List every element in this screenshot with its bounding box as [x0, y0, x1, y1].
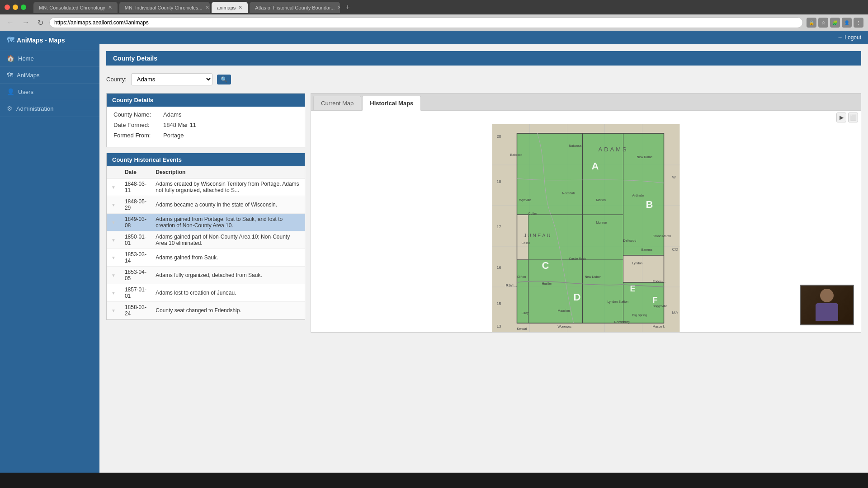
county-details-header: County Details — [107, 94, 305, 107]
forward-button[interactable]: → — [20, 18, 32, 28]
table-row[interactable]: ▼ 1857-01-01 Adams lost to creation of J… — [107, 284, 305, 302]
event-description: Adams lost to creation of Juneau. — [151, 284, 305, 302]
logout-button[interactable]: → Logout — [837, 34, 861, 41]
sidebar-item-users[interactable]: 👤 Users — [0, 84, 99, 100]
svg-text:16: 16 — [497, 265, 501, 270]
stop-button[interactable]: ⬜ — [848, 113, 858, 122]
svg-text:New Lisbon: New Lisbon — [585, 275, 602, 278]
back-button[interactable]: ← — [5, 18, 16, 28]
star-icon[interactable]: ☆ — [818, 18, 828, 28]
profile-icon[interactable]: 👤 — [842, 18, 852, 28]
tab-current-map-label: Current Map — [321, 100, 354, 107]
tab-mn-consolidated[interactable]: MN: Consolidated Chronology ✕ — [33, 2, 118, 13]
county-search-button[interactable]: 🔍 — [217, 75, 231, 84]
detail-row-formed: Formed From: Portage — [113, 132, 298, 139]
tab-historical-maps[interactable]: Historical Maps — [362, 96, 421, 111]
county-label: County: — [106, 76, 127, 83]
tab-mn-individual[interactable]: MN: Individual County Chronicles... ✕ — [119, 2, 210, 13]
row-icon: ▼ — [107, 267, 120, 284]
event-description: County seat changed to Friendship. — [151, 302, 305, 319]
map-controls: ▶ ⬜ — [311, 111, 861, 124]
maximize-window-dot[interactable] — [21, 5, 26, 10]
tab-animaps[interactable]: animaps ✕ — [212, 2, 248, 13]
browser-tabs: MN: Consolidated Chronology ✕ MN: Indivi… — [33, 1, 863, 13]
event-description: Adams became a county in the state of Wi… — [151, 196, 305, 214]
svg-text:Monroe: Monroe — [596, 221, 607, 224]
detail-label-formed: Formed From: — [113, 132, 163, 139]
events-table: Date Description ▼ 1848-03-11 Adams crea… — [107, 166, 305, 319]
svg-text:Cutter: Cutter — [528, 212, 538, 215]
menu-icon[interactable]: ⋮ — [854, 18, 863, 28]
svg-text:Lyndon: Lyndon — [632, 262, 643, 265]
detail-value-formed: Portage — [163, 132, 184, 139]
play-button[interactable]: ▶ — [836, 113, 846, 122]
minimize-window-dot[interactable] — [13, 5, 18, 10]
tab-close-icon[interactable]: ✕ — [337, 5, 340, 10]
tab-close-icon[interactable]: ✕ — [205, 5, 209, 10]
webcam-box — [800, 285, 854, 325]
row-icon: ▼ — [107, 284, 120, 302]
map-panel: Current Map Historical Maps ▶ ⬜ — [311, 93, 861, 333]
svg-text:JUNEAU: JUNEAU — [524, 233, 552, 238]
col-icon — [107, 166, 120, 178]
svg-text:Grand Marsh: Grand Marsh — [653, 235, 671, 238]
svg-text:Big Spring: Big Spring — [632, 314, 647, 317]
address-bar[interactable] — [49, 17, 803, 28]
lock-icon: 🔒 — [807, 18, 816, 28]
svg-text:Wonewoc: Wonewoc — [558, 325, 572, 328]
detail-row-date: Date Formed: 1848 Mar 11 — [113, 122, 298, 128]
tab-historical-maps-label: Historical Maps — [370, 100, 413, 107]
table-row[interactable]: ▼ 1848-05-29 Adams became a county in th… — [107, 196, 305, 214]
event-description: Adams gained from Sauk. — [151, 249, 305, 267]
close-window-dot[interactable] — [5, 5, 10, 10]
event-date: 1857-01-01 — [120, 284, 151, 302]
svg-text:13: 13 — [497, 324, 501, 328]
page-title: County Details — [113, 55, 157, 62]
table-row[interactable]: ▼ 1850-01-01 Adams gained part of Non-Co… — [107, 231, 305, 249]
svg-text:18: 18 — [497, 179, 501, 184]
county-select[interactable]: Adams Ashland Barron Bayfield Brown — [131, 73, 212, 85]
row-icon: ▼ — [107, 214, 120, 231]
table-row[interactable]: ▼ 1853-03-14 Adams gained from Sauk. — [107, 249, 305, 267]
svg-text:Barrens: Barrens — [642, 248, 653, 251]
svg-text:Babcock: Babcock — [510, 153, 523, 156]
event-description: Adams fully organized, detached from Sau… — [151, 267, 305, 284]
refresh-button[interactable]: ↻ — [35, 18, 46, 28]
svg-text:ADAMS: ADAMS — [599, 146, 628, 153]
browser-dots — [5, 5, 26, 10]
svg-text:Ardinale: Ardinale — [632, 194, 644, 197]
event-description: Adams created by Wisconsin Territory fro… — [151, 178, 305, 196]
svg-text:Mauston: Mauston — [558, 309, 570, 312]
sidebar-item-animaps[interactable]: 🗺 AniMaps — [0, 67, 99, 84]
tab-close-icon[interactable]: ✕ — [238, 5, 242, 10]
sidebar-item-home[interactable]: 🏠 Home — [0, 50, 99, 67]
home-icon: 🏠 — [7, 55, 14, 62]
sidebar-item-label: AniMaps — [17, 72, 40, 79]
svg-text:E: E — [630, 284, 636, 293]
brand-icon: 🗺 — [7, 36, 14, 44]
extensions-icon[interactable]: 🧩 — [830, 18, 840, 28]
tab-atlas[interactable]: Atlas of Historical County Boundar... ✕ — [250, 2, 340, 13]
svg-text:New Rome: New Rome — [637, 155, 653, 159]
sidebar-brand: 🗺 AniMaps - Maps — [0, 31, 99, 50]
webcam-person — [816, 289, 838, 321]
county-details-content: County Name: Adams Date Formed: 1848 Mar… — [107, 107, 305, 147]
sidebar-item-administration[interactable]: ⚙ Administration — [0, 100, 99, 117]
tab-close-icon[interactable]: ✕ — [108, 5, 112, 10]
table-row[interactable]: ▼ 1853-04-05 Adams fully organized, deta… — [107, 267, 305, 284]
new-tab-button[interactable]: + — [342, 1, 353, 13]
svg-text:Marion: Marion — [596, 198, 606, 202]
svg-text:Hustler: Hustler — [542, 282, 552, 285]
tab-label: Atlas of Historical County Boundar... — [255, 5, 335, 10]
table-row[interactable]: ▼ 1849-03-08 Adams gained from Portage, … — [107, 214, 305, 231]
browser-chrome: MN: Consolidated Chronology ✕ MN: Indivi… — [0, 0, 868, 31]
event-date: 1849-03-08 — [120, 214, 151, 231]
tab-current-map[interactable]: Current Map — [313, 96, 361, 110]
table-row[interactable]: ▼ 1858-03-24 County seat changed to Frie… — [107, 302, 305, 319]
webcam-head — [820, 289, 834, 302]
map-svg: A B C D E F JUNEAU ADAMS RIVI... — [311, 124, 861, 332]
row-icon: ▼ — [107, 196, 120, 214]
map-container[interactable]: A B C D E F JUNEAU ADAMS RIVI... — [311, 124, 861, 332]
webcam-feed — [801, 286, 853, 324]
table-row[interactable]: ▼ 1848-03-11 Adams created by Wisconsin … — [107, 178, 305, 196]
